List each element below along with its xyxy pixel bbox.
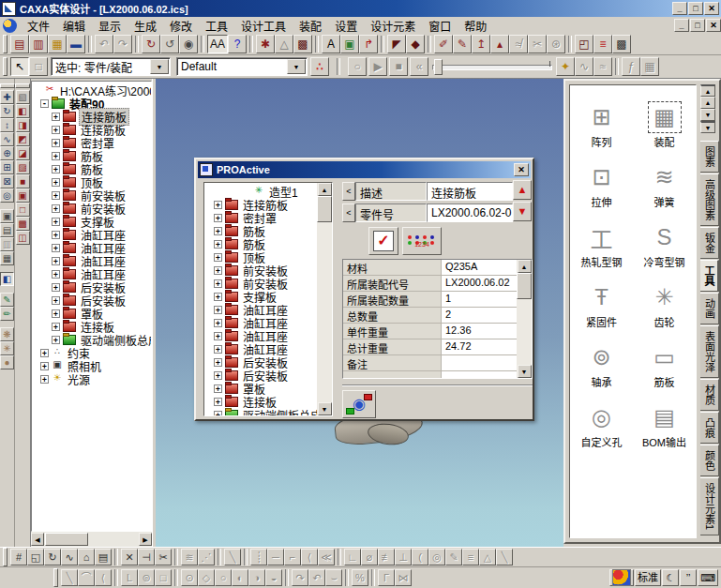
dimension-tool-button[interactable]: ⊙ [181,569,198,586]
mdi-control-button[interactable]: □ [690,19,705,32]
dimension-tool-button[interactable]: ⋈ [395,569,412,586]
tree-expander-icon[interactable]: + [214,398,222,406]
toolbar-button[interactable]: ✎ [453,35,472,53]
view-tool-button[interactable]: ✳ [0,341,14,355]
animation-extra-button[interactable]: ƒ [622,57,640,76]
catalog-item[interactable]: ◎ 自定义孔 [570,391,633,451]
catalog-tab[interactable]: 凸痕 [700,412,719,444]
tree-expander-icon[interactable]: + [214,371,222,380]
slider-track[interactable] [432,65,552,70]
tree-expander-icon[interactable]: + [52,139,60,147]
tree-expander-icon[interactable]: + [52,323,60,331]
scroll-up-icon[interactable]: ▲ [318,183,332,196]
animation-extra-button[interactable]: ∿ [575,57,593,76]
scrollbar-thumb[interactable] [45,533,88,546]
sketch-tool-button[interactable]: ≡ [462,549,479,565]
tree-expander-icon[interactable]: + [52,218,60,226]
render-mode-button[interactable]: ◪ [16,146,30,160]
catalog-tab[interactable]: 动画 [700,293,719,324]
catalog-item[interactable]: ⊞ 阵列 [570,91,633,151]
catalog-item[interactable]: 工 热轧型钢 [570,211,633,271]
toolbar-button[interactable]: △ [275,35,293,53]
sketch-tool-button[interactable]: # [10,549,27,565]
toolbar-button[interactable]: ↺ [160,35,179,53]
tree-expander-icon[interactable]: + [214,240,222,249]
tree-expander-icon[interactable]: - [40,99,49,108]
catalog-tab[interactable]: 材质 [700,379,719,411]
toolbar-button[interactable]: ↻ [142,35,160,53]
property-value-cell[interactable]: 1 [442,292,517,307]
window-control-button[interactable]: ✕ [704,2,719,15]
menu-item[interactable]: 窗口 [422,17,458,35]
dialog-tree-item[interactable]: + 驱动端侧板总成 [204,408,317,416]
toolbar-button[interactable]: ↶ [95,35,113,53]
selection-tool-button[interactable]: ↖ [10,57,29,76]
sketch-tool-button[interactable]: ⊣ [138,549,155,565]
catalog-item[interactable]: ▤ BOM输出 [633,391,696,451]
catalog-scroll-button[interactable]: ▼ [700,109,715,121]
sketch-tool-button[interactable]: ◎ [428,549,445,565]
animation-extra-button[interactable]: ▦ [640,57,659,76]
catalog-tab[interactable]: 表面光泽 [700,325,719,378]
slider-thumb[interactable] [434,59,443,75]
scroll-left-icon[interactable]: ◀ [31,533,44,546]
catalog-scroll-button[interactable]: ▲ [700,97,715,109]
animation-extra-button[interactable]: ≈ [593,57,612,76]
field-value-input[interactable]: LX2000.06.02-07 [427,204,513,222]
render-mode-button[interactable]: ◨ [16,118,30,132]
catalog-item[interactable]: ▦ 装配 [633,91,696,151]
view-tool-button[interactable]: ▤ [0,223,14,237]
catalog-scroll-button[interactable]: ▲ [700,84,715,97]
toolbar-button[interactable]: ▤ [10,35,29,53]
view-tool-button[interactable]: ✚ [0,90,14,104]
tree-expander-icon[interactable]: + [214,266,222,275]
toolbar-button[interactable]: ? [228,35,247,53]
view-tool-button[interactable]: ↻ [0,104,14,118]
tree-expander-icon[interactable]: + [52,244,60,252]
design-tree-toggle-button[interactable]: ∴ [310,57,329,76]
view-tool-button[interactable]: ∿ [0,132,14,146]
tree-expander-icon[interactable]: + [214,332,222,340]
tree-expander-icon[interactable]: + [40,375,49,384]
tree-expander-icon[interactable]: + [214,214,222,222]
sketch-tool-button[interactable]: ⌂ [78,549,95,565]
toolbar-button[interactable]: ▬ [67,35,85,53]
tree-expander-icon[interactable]: + [52,336,60,344]
toolbar-handle[interactable] [3,35,8,53]
tree-expander-icon[interactable]: + [214,319,222,327]
menu-item[interactable]: 设置 [328,17,364,35]
menu-item[interactable]: 设计元素 [364,17,422,35]
scrollbar-thumb[interactable] [517,273,532,299]
view-tool-button[interactable]: ⊞ [0,160,14,174]
tree-expander-icon[interactable]: + [52,296,60,305]
dimension-tool-button[interactable]: □ [155,569,172,586]
sketch-tool-button[interactable]: ╲ [224,549,241,565]
tree-expander-icon[interactable]: + [214,358,222,367]
scroll-right-icon[interactable]: ▶ [139,533,152,546]
tree-expander-icon[interactable]: + [52,126,60,134]
toolbar-handle[interactable] [53,568,58,587]
catalog-scroll-button[interactable]: ▼ [700,121,715,133]
tree-expander-icon[interactable]: + [52,152,60,160]
sketch-tool-button[interactable]: ⟨ [301,549,318,565]
field-value-input[interactable]: 连接筋板 [427,182,513,201]
apply-check-button[interactable]: ✓ [368,227,398,255]
sketch-tool-button[interactable]: ↻ [44,549,61,565]
dimension-tool-button[interactable]: % [352,569,368,586]
sketch-tool-button[interactable]: ⊥ [395,549,412,565]
field-prev-button[interactable]: < [342,204,355,222]
view-tool-button[interactable]: ◧ [0,272,14,286]
view-tool-button[interactable]: ❋ [0,327,14,341]
tree-expander-icon[interactable]: + [52,204,60,213]
dimension-tool-button[interactable]: ↷ [292,569,308,586]
view-tool-button[interactable]: ▣ [0,209,14,223]
tree-expander-icon[interactable]: + [52,165,60,173]
ime-punctuation-icon[interactable]: ’’ [680,569,697,586]
toolbar-handle[interactable] [3,548,8,566]
toolbar-button[interactable]: ◆ [406,35,425,53]
ime-mode-button[interactable]: 标准 [635,569,661,586]
dimension-tool-button[interactable]: L [121,569,138,586]
menu-item[interactable]: 显示 [92,17,128,35]
render-mode-button[interactable]: ■ [16,174,30,188]
toolbar-button[interactable]: ✂ [528,35,547,53]
